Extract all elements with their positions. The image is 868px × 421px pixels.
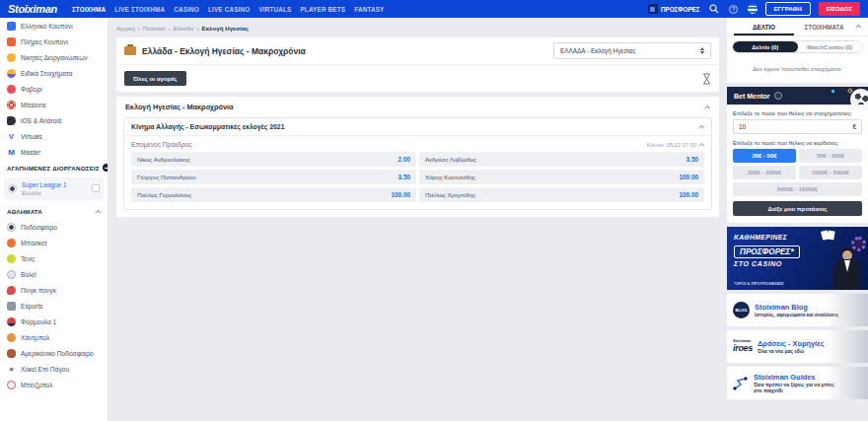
odds-grid: Νίκος Ανδρουλάκης2.00 Ανδρέας Λοβέρδος3.… xyxy=(124,152,711,209)
sidebar-item-missions[interactable]: Missions xyxy=(0,97,108,112)
all-markets-chip[interactable]: Όλες οι αγορές xyxy=(124,71,186,86)
login-button[interactable]: ΕΙΣΟΔΟΣ xyxy=(819,2,860,16)
betslip-panel: ΔΕΛΤΙΟ ΣΤΟΙΧΗΜΑΤΑ Δελτίο (0) MatchCombo … xyxy=(727,18,868,83)
nav-item-live-betting[interactable]: LIVE ΣΤΟΙΧΗΜΑ xyxy=(114,6,165,13)
iroes-logo: Stoiximan iroes xyxy=(733,340,753,353)
range-button-5[interactable]: 5000€ - 10000€ xyxy=(733,182,862,196)
stake-field-wrap: € xyxy=(733,119,862,134)
blog-badge-icon: BLOG xyxy=(733,302,750,318)
guides-banner[interactable]: Stoiximan Guides Όσα πρέπει να ξέρεις γι… xyxy=(727,367,868,399)
greek-coupon-icon xyxy=(7,22,16,31)
event-header[interactable]: Κίνημα Αλλαγής - Εσωκομματικές εκλογές 2… xyxy=(124,118,711,136)
dealer-image xyxy=(832,250,862,290)
market-name: Επόμενος Πρόεδρος xyxy=(131,141,192,148)
sport-item-formula1[interactable]: Φόρμουλα 1 xyxy=(0,315,108,330)
nav-item-casino[interactable]: CASINO xyxy=(174,6,199,13)
baseball-icon xyxy=(7,381,16,389)
chevron-up-icon[interactable] xyxy=(855,25,861,31)
collapse-markets-icon[interactable] xyxy=(702,73,711,85)
favorites-icon xyxy=(7,85,16,94)
sports-header[interactable]: ΑΘΛΗΜΑΤΑ xyxy=(0,204,108,220)
range-button-3[interactable]: 200€ - 1000€ xyxy=(733,166,796,179)
odds-button[interactable]: Γιώργος Παπανδρέου3.50 xyxy=(131,170,416,184)
sidebar-item-favorites[interactable]: Φαβορί xyxy=(0,81,108,97)
tab-betslip[interactable]: ΔΕΛΤΙΟ xyxy=(734,18,794,35)
show-suggestions-button[interactable]: Δείξε μου προτάσεις xyxy=(733,201,862,216)
sport-item-table-tennis[interactable]: Πινγκ πονγκ xyxy=(0,283,108,299)
stoiximan-logo[interactable]: Stoiximan xyxy=(8,3,57,15)
favorites-header[interactable]: ΑΓΑΠΗΜΕΝΕΣ ΔΙΟΡΓΑΝΩΣΕΙΣ xyxy=(0,160,108,175)
nav-item-player-bets[interactable]: PLAYER BETS xyxy=(300,6,345,13)
offers-label: ΠΡΟΣΦΟΡΕΣ xyxy=(661,6,700,13)
tab-mybets[interactable]: ΣΤΟΙΧΗΜΑΤΑ xyxy=(794,18,854,35)
volleyball-icon xyxy=(7,270,16,279)
sport-item-soccer[interactable]: Ποδόσφαιρο xyxy=(0,220,108,236)
section-header[interactable]: Εκλογή Ηγεσίας - Μακροχρόνια xyxy=(116,97,719,117)
market-header[interactable]: Επόμενος Πρόεδρος Κλείνει: 05/12 07:00 xyxy=(124,136,711,152)
sidebar-item-tournament-winners[interactable]: Νικητές Διοργανώσεων xyxy=(0,49,108,65)
odds-button[interactable]: Ανδρέας Λοβέρδος3.50 xyxy=(419,152,704,167)
ice-hockey-icon: × xyxy=(7,365,16,374)
nav-item-sportsbook[interactable]: ΣΤΟΙΧΗΜΑ xyxy=(72,6,106,13)
casino-promo-banner[interactable]: ΚΑΘΗΜΕΡΙΝΕΣ ΠΡΟΣΦΟΡΕΣ* ΣΤΟ CASINO *ΟΡΟΙ … xyxy=(727,227,868,290)
offers-link[interactable]: ΠΡΟΣΦΟΡΕΣ xyxy=(648,4,700,14)
range-button-4[interactable]: 1000€ - 5000€ xyxy=(799,166,862,179)
sidebar-item-virtuals[interactable]: VVirtuals xyxy=(0,128,108,144)
range-button-2[interactable]: 50€ - 200€ xyxy=(799,149,862,163)
breadcrumb-greece[interactable]: Ελλάδα xyxy=(174,25,194,32)
nav-item-live-casino[interactable]: LIVE CASINO xyxy=(208,6,250,13)
register-button[interactable]: ΕΓΓΡΑΦΗ xyxy=(765,2,811,16)
info-icon[interactable]: i xyxy=(774,92,782,100)
odds-button[interactable]: Παύλος Γερουλάνος100.00 xyxy=(131,187,416,202)
sport-item-tennis[interactable]: Τένις xyxy=(0,251,108,267)
sidebar-item-full-coupon[interactable]: Πλήρες Κουπόνι xyxy=(0,34,108,49)
stake-input[interactable] xyxy=(739,123,852,130)
sport-item-baseball[interactable]: Μπέιζμπολ xyxy=(0,378,108,393)
table-tennis-icon xyxy=(7,286,16,295)
soccer-icon xyxy=(8,184,17,193)
sport-item-volleyball[interactable]: Βόλεϊ xyxy=(0,267,108,283)
stake-label: Επίλεξε το ποσό που θέλεις να στοιχηματί… xyxy=(733,110,862,116)
breadcrumb-home[interactable]: Αρχική xyxy=(116,25,135,32)
nav-item-virtuals[interactable]: VIRTUALS xyxy=(258,6,291,13)
breadcrumb-politics[interactable]: Πολιτικά xyxy=(143,25,166,32)
chevron-up-icon xyxy=(698,142,704,148)
market-closes: Κλείνει: 05/12 07:00 xyxy=(647,142,696,148)
favorite-league-super-league[interactable]: Super League 1 Ελλάδα xyxy=(4,177,104,200)
odds-button[interactable]: Χάρης Καστανίδης100.00 xyxy=(419,170,704,184)
chevron-up-icon xyxy=(704,105,710,110)
main-content: Αρχική › Πολιτικά › Ελλάδα › Εκλογή Ηγεσ… xyxy=(108,18,727,421)
promo-terms: *ΟΡΟΙ & ΠΡΟΫΠΟΘΕΣΕΙΣ xyxy=(734,281,784,286)
breadcrumb-separator: › xyxy=(138,25,140,32)
blog-banner[interactable]: BLOG Stoiximan Blog Ιστορίες, αφιερώματα… xyxy=(727,294,868,326)
formula1-icon xyxy=(7,317,16,326)
pill-betslip[interactable]: Δελτίο (0) xyxy=(733,41,798,52)
event-card: Κίνημα Αλλαγής - Εσωκομματικές εκλογές 2… xyxy=(123,117,712,210)
odds-button[interactable]: Νίκος Ανδρουλάκης2.00 xyxy=(131,152,416,167)
search-icon[interactable] xyxy=(708,3,720,15)
bet-mentor-header: Bet Mentor i xyxy=(727,87,868,105)
pill-matchcombo[interactable]: MatchCombo (0) xyxy=(798,41,863,52)
sport-item-basketball[interactable]: Μπάσκετ xyxy=(0,236,108,251)
sidebar-item-greek-coupon[interactable]: Ελληνικό Κουπόνι xyxy=(0,18,108,34)
league-select[interactable]: ΕΛΛΑΔΑ - Εκλογή Ηγεσίας xyxy=(553,42,711,59)
nav-item-fantasy[interactable]: FANTASY xyxy=(354,6,384,13)
odds-button[interactable]: Παύλος Χρηστίδης100.00 xyxy=(419,187,704,202)
sport-item-esports[interactable]: Esports xyxy=(0,299,108,315)
sidebar-item-master[interactable]: MMaster xyxy=(0,144,108,160)
range-button-1[interactable]: 20€ - 50€ xyxy=(733,149,796,163)
sport-item-ice-hockey[interactable]: ×Χόκεϊ Επί Πάγου xyxy=(0,362,108,378)
chevron-up-icon[interactable] xyxy=(95,210,101,216)
sport-item-handball[interactable]: Χάντμπολ xyxy=(0,330,108,346)
sponsorships-banner[interactable]: Stoiximan iroes Δράσεις - Χορηγίες Όλα τ… xyxy=(727,330,868,363)
mobile-apps-icon xyxy=(7,116,16,125)
favorite-checkbox[interactable] xyxy=(92,184,100,192)
full-coupon-icon xyxy=(7,37,16,46)
sidebar-item-special-bets[interactable]: Ειδικά Στοιχήματα xyxy=(0,65,108,81)
handball-icon xyxy=(7,333,16,342)
language-flag-icon[interactable] xyxy=(748,4,758,14)
sidebar-item-mobile-apps[interactable]: iOS & Android xyxy=(0,112,108,128)
help-icon[interactable]: ? xyxy=(728,3,740,15)
bet-mentor-title: Bet Mentor xyxy=(734,93,770,100)
sport-item-american-football[interactable]: Αμερικάνικο Ποδόσφαιρο xyxy=(0,346,108,362)
